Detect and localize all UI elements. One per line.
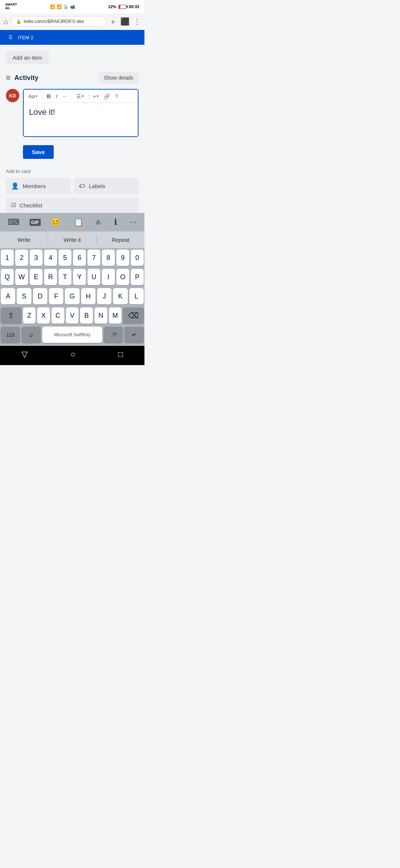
italic-button[interactable]: I [54, 92, 59, 100]
key-e[interactable]: E [30, 269, 43, 285]
key-q[interactable]: Q [1, 269, 14, 285]
key-7[interactable]: 7 [87, 250, 100, 266]
key-4[interactable]: 4 [44, 250, 57, 266]
list-button[interactable]: ☰ ▾ [74, 92, 86, 100]
key-i[interactable]: I [102, 269, 115, 285]
more-keyboard-button[interactable]: ··· [127, 216, 139, 228]
editor-toolbar: Aa ▾ B I ··· ☰ ▾ + ▾ [24, 90, 138, 103]
key-m[interactable]: M [109, 307, 122, 324]
home-button[interactable]: ○ [70, 350, 75, 359]
comment-row: KD Aa ▾ B I ··· ☰ ▾ [6, 89, 139, 137]
save-button[interactable]: Save [23, 145, 54, 159]
menu-button[interactable]: ⋮ [133, 17, 141, 26]
labels-label: Labels [89, 183, 105, 189]
user-avatar: KD [6, 89, 19, 102]
key-k[interactable]: K [113, 288, 127, 304]
bold-button[interactable]: B [45, 92, 53, 100]
checklist-label: Checklist [20, 202, 42, 208]
url-bar[interactable]: 🔒 trello.com/c/BRAK3ROF/1-des [11, 16, 106, 27]
key-s[interactable]: S [17, 288, 31, 304]
members-button[interactable]: 👤 Members [6, 178, 71, 194]
key-2[interactable]: 2 [15, 250, 28, 266]
shift-key[interactable]: ⇧ [1, 307, 21, 324]
key-j[interactable]: J [97, 288, 111, 304]
language-button[interactable]: あ [93, 217, 104, 227]
activity-list-icon: ≡ [6, 73, 11, 83]
checklist-icon: ☑ [11, 202, 16, 208]
emoji-key[interactable]: ☺ [21, 327, 41, 343]
key-5[interactable]: 5 [59, 250, 71, 266]
add-item-button[interactable]: Add an item [6, 51, 49, 64]
key-9[interactable]: 9 [116, 250, 129, 266]
key-b[interactable]: B [80, 307, 93, 324]
backspace-key[interactable]: ⌫ [123, 307, 144, 324]
numbers-key[interactable]: 123 [1, 327, 20, 343]
period-key[interactable]: .,!? [104, 327, 123, 343]
key-8[interactable]: 8 [102, 250, 115, 266]
key-g[interactable]: G [65, 288, 79, 304]
enter-key[interactable]: ↵ [124, 327, 144, 343]
activity-title-row: ≡ Activity [6, 73, 39, 83]
clipboard-button[interactable]: 📋 [70, 216, 86, 228]
key-r[interactable]: R [44, 269, 57, 285]
labels-button[interactable]: 🏷 Labels [74, 178, 139, 194]
add-to-card-section: Add to card 👤 Members 🏷 Labels ☑ Checkli… [0, 165, 144, 213]
asdf-row: A S D F G H J K L [0, 287, 144, 306]
key-v[interactable]: V [66, 307, 79, 324]
comment-editor[interactable]: Aa ▾ B I ··· ☰ ▾ + ▾ [23, 89, 139, 137]
key-d[interactable]: D [33, 288, 47, 304]
key-a[interactable]: A [1, 288, 15, 304]
key-x[interactable]: X [37, 307, 50, 324]
tab-switcher-button[interactable]: ⬛ [120, 17, 130, 26]
home-icon[interactable]: ⌂ [4, 17, 8, 26]
new-tab-button[interactable]: ＋ [109, 17, 117, 27]
battery-percent: 12% [108, 4, 116, 9]
space-key[interactable]: Microsoft SwiftKey [42, 327, 102, 343]
key-f[interactable]: F [49, 288, 63, 304]
members-label: Members [23, 183, 46, 189]
attach-button[interactable]: 🔗 [102, 92, 112, 100]
key-l[interactable]: L [129, 288, 144, 304]
browser-bar: ⌂ 🔒 trello.com/c/BRAK3ROF/1-des ＋ ⬛ ⋮ [0, 13, 144, 30]
checklist-button[interactable]: ☑ Checklist [6, 197, 139, 213]
key-z[interactable]: Z [23, 307, 36, 324]
carrier-info: SMART 4G [5, 3, 17, 10]
toolbar-separator-2 [71, 93, 72, 100]
key-h[interactable]: H [81, 288, 96, 304]
recents-button[interactable]: □ [118, 350, 123, 359]
show-details-button[interactable]: Show details [99, 72, 139, 84]
key-0[interactable]: 0 [131, 250, 144, 266]
emoji-sticker-button[interactable]: 😊 [47, 216, 63, 228]
help-button[interactable]: ? [113, 92, 120, 100]
back-button[interactable]: ▽ [21, 350, 28, 359]
key-t[interactable]: T [59, 269, 71, 285]
info-button[interactable]: ℹ [111, 216, 120, 228]
editor-content[interactable]: Love it! [24, 103, 138, 136]
avatar-initials: KD [9, 93, 16, 99]
chevron-down-icon: ▾ [36, 94, 37, 98]
add-button[interactable]: + ▾ [91, 92, 100, 100]
suggestion-1[interactable]: Write [0, 235, 48, 244]
key-3[interactable]: 3 [30, 250, 43, 266]
key-o[interactable]: O [116, 269, 129, 285]
key-c[interactable]: C [51, 307, 64, 324]
key-n[interactable]: N [94, 307, 107, 324]
battery-fill [119, 5, 120, 9]
key-u[interactable]: U [87, 269, 100, 285]
card-title-hint: ITEM 2 [18, 35, 33, 40]
card-header-hint: ☰ ITEM 2 [0, 30, 144, 45]
key-y[interactable]: Y [73, 269, 86, 285]
browser-actions: ＋ ⬛ ⋮ [109, 17, 141, 27]
main-content: ☰ ITEM 2 Add an item ≡ Activity Show det… [0, 30, 144, 213]
key-w[interactable]: W [15, 269, 28, 285]
wifi-icon: 📡 [63, 4, 69, 9]
suggestion-2[interactable]: Write it [48, 235, 96, 244]
key-1[interactable]: 1 [1, 250, 14, 266]
key-6[interactable]: 6 [73, 250, 86, 266]
key-p[interactable]: P [131, 269, 144, 285]
keyboard-toggle-button[interactable]: ⌨ [5, 216, 23, 228]
gif-button[interactable]: GIF [30, 219, 41, 226]
more-format-button[interactable]: ··· [61, 92, 69, 100]
suggestion-3[interactable]: Repeat [97, 235, 144, 244]
font-button[interactable]: Aa ▾ [27, 92, 39, 100]
